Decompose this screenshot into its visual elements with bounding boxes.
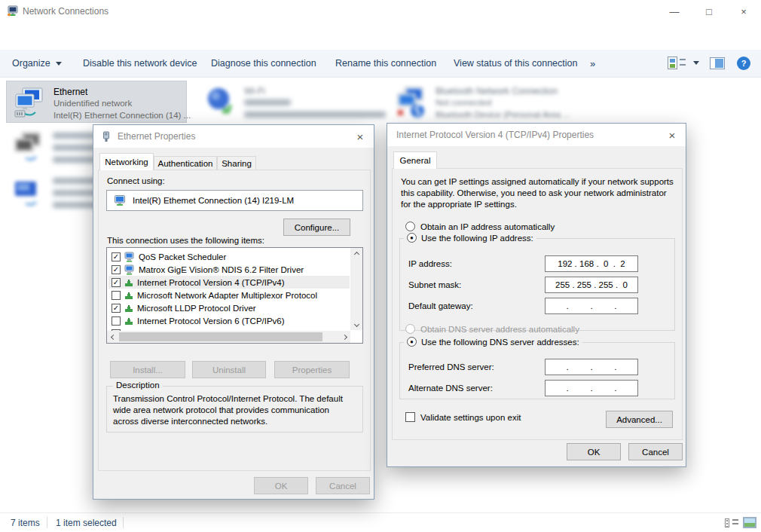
cancel-button[interactable]: Cancel <box>628 443 683 460</box>
disable-device-button[interactable]: Disable this network device <box>83 50 197 77</box>
alternate-dns-field[interactable]: . . . <box>545 380 638 396</box>
radio-label: Use the following DNS server addresses: <box>421 338 579 347</box>
protocol-label: Matrox GigE Vision® NDIS 6.2 Filter Driv… <box>139 265 304 274</box>
redacted-text-bar <box>244 99 291 105</box>
scroll-up-icon[interactable] <box>353 251 359 256</box>
diagnose-connection-button[interactable]: Diagnose this connection <box>211 50 316 77</box>
close-icon[interactable]: × <box>659 124 686 146</box>
protocol-row-selected[interactable]: ✓ Internet Protocol Version 4 (TCP/IPv4) <box>108 276 350 289</box>
ip-address-label: IP address: <box>408 259 452 268</box>
ip-address-field[interactable]: 192 . 168 . 0 . 2 <box>545 255 638 272</box>
checkbox[interactable] <box>112 291 121 300</box>
maximize-button[interactable]: □ <box>692 0 726 23</box>
network-connections-window: Network Connections — □ × ← → ↑ › Contro… <box>0 0 761 532</box>
close-icon[interactable]: × <box>347 125 374 148</box>
protocol-label: Internet Protocol Version 6 (TCP/IPv6) <box>137 316 285 326</box>
preferred-dns-field[interactable]: . . . <box>545 359 638 375</box>
preview-pane-icon[interactable] <box>710 57 725 69</box>
ethernet-connection-icon <box>13 86 46 119</box>
validate-settings-checkbox[interactable]: Validate settings upon exit <box>405 412 521 422</box>
radio-label: Obtain an IP address automatically <box>420 222 555 231</box>
protocol-row[interactable]: Microsoft Network Adapter Multiplexor Pr… <box>108 289 350 301</box>
status-bar: 7 items 1 item selected <box>0 512 761 532</box>
radio-label: Obtain DNS server address automatically <box>420 325 579 334</box>
checkbox[interactable]: ✓ <box>112 265 121 274</box>
use-dns-radio[interactable]: ● Use the following DNS server addresses… <box>404 337 582 347</box>
protocol-row[interactable]: ✓ QoS Packet Scheduler <box>108 250 350 263</box>
ipv4-dialog-titlebar: Internet Protocol Version 4 (TCP/IPv4) P… <box>387 124 686 146</box>
network-connections-app-icon <box>7 5 19 17</box>
radio-icon[interactable]: ● <box>407 233 417 243</box>
alternate-dns-label: Alternate DNS server: <box>408 384 493 393</box>
organize-menu[interactable]: Organize <box>12 50 62 77</box>
protocol-row[interactable]: ✓ Microsoft LLDP Protocol Driver <box>108 301 350 314</box>
tab-authentication[interactable]: Authentication <box>154 156 217 170</box>
adapter-monitor-icon <box>114 194 126 206</box>
view-status-button[interactable]: View status of this connection <box>454 50 577 77</box>
preferred-dns-label: Preferred DNS server: <box>408 362 494 371</box>
view-options-icon[interactable] <box>668 57 677 69</box>
radio-icon[interactable]: ● <box>407 337 417 347</box>
scroll-left-icon[interactable] <box>110 334 115 339</box>
checkbox-icon[interactable] <box>405 412 415 422</box>
ok-button[interactable]: OK <box>567 443 621 460</box>
connection-item-ethernet[interactable]: Ethernet Unidentified network Intel(R) E… <box>6 81 187 123</box>
checkbox[interactable] <box>112 316 121 326</box>
tab-sharing[interactable]: Sharing <box>217 156 256 170</box>
connection-item-wifi[interactable]: Wi-Fi <box>197 81 378 123</box>
protocol-icon <box>124 304 133 313</box>
obtain-ip-radio[interactable]: Obtain an IP address automatically <box>405 222 555 231</box>
checkbox[interactable]: ✓ <box>112 252 121 261</box>
monitor-icon <box>124 252 135 262</box>
cancel-button[interactable]: Cancel <box>316 477 370 494</box>
toolbar-overflow-chevron[interactable]: » <box>590 50 595 77</box>
vertical-scrollbar[interactable] <box>350 248 362 330</box>
virtual-connection-icon <box>12 176 45 209</box>
configure-button[interactable]: Configure... <box>283 219 350 236</box>
large-icons-view-icon[interactable] <box>743 517 756 528</box>
obtain-dns-radio[interactable]: Obtain DNS server address automatically <box>405 324 579 334</box>
radio-icon[interactable] <box>405 222 415 231</box>
view-options-line <box>680 59 686 60</box>
connect-using-label: Connect using: <box>107 176 165 185</box>
uninstall-button[interactable]: Uninstall <box>192 361 266 378</box>
properties-button[interactable]: Properties <box>274 361 350 378</box>
ipv4-properties-dialog: Internet Protocol Version 4 (TCP/IPv4) P… <box>387 123 686 467</box>
default-gateway-label: Default gateway: <box>408 301 473 310</box>
connection-item-bluetooth[interactable]: Bluetooth Network Connection Not connect… <box>389 81 570 123</box>
protocols-listbox: ✓ QoS Packet Scheduler ✓ Matrox GigE Vis… <box>106 247 363 344</box>
tab-networking[interactable]: Networking <box>99 153 154 170</box>
connection-status: Not connected <box>436 98 491 107</box>
details-view-icon[interactable] <box>725 518 729 527</box>
use-ip-radio[interactable]: ● Use the following IP address: <box>404 233 536 243</box>
advanced-button[interactable]: Advanced... <box>606 411 673 428</box>
items-count: 7 items <box>11 518 40 528</box>
radio-icon[interactable] <box>405 324 415 334</box>
close-button[interactable]: × <box>726 0 761 23</box>
wifi-connection-icon <box>203 85 237 118</box>
title-bar: Network Connections — □ × <box>0 0 761 23</box>
dialog-title: Internet Protocol Version 4 (TCP/IPv4) P… <box>396 130 594 140</box>
scroll-right-icon[interactable] <box>341 334 347 339</box>
protocol-row[interactable]: Internet Protocol Version 6 (TCP/IPv6) <box>108 314 350 327</box>
help-icon[interactable]: ? <box>737 57 750 70</box>
rename-connection-button[interactable]: Rename this connection <box>335 50 436 77</box>
checkbox[interactable]: ✓ <box>112 278 121 287</box>
protocol-row[interactable]: ✓ Matrox GigE Vision® NDIS 6.2 Filter Dr… <box>108 263 350 276</box>
horizontal-scrollbar[interactable] <box>107 331 350 343</box>
tab-general[interactable]: General <box>393 151 437 169</box>
organize-label: Organize <box>12 58 50 69</box>
view-options-dropdown-icon[interactable] <box>693 61 699 65</box>
minimize-button[interactable]: — <box>657 0 692 23</box>
dialog-title: Ethernet Properties <box>118 131 195 142</box>
checkbox[interactable]: ✓ <box>112 304 121 313</box>
ok-button[interactable]: OK <box>254 477 308 494</box>
subnet-mask-field[interactable]: 255 . 255 . 255 . 0 <box>545 277 638 293</box>
details-view-line <box>732 523 738 524</box>
scroll-down-icon[interactable] <box>353 321 359 326</box>
install-button[interactable]: Install... <box>110 361 185 378</box>
command-bar: Organize Disable this network device Dia… <box>0 50 761 78</box>
ethernet-plug-icon <box>101 131 112 142</box>
default-gateway-field[interactable]: . . . <box>545 298 638 314</box>
scrollbar-thumb[interactable] <box>119 332 322 341</box>
